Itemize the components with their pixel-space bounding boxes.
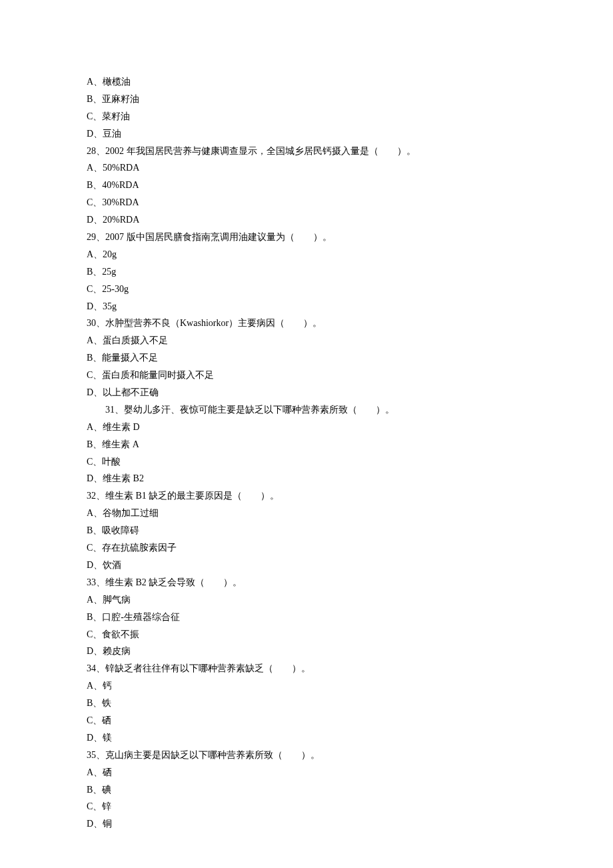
text-line: B、口腔-生殖器综合征 (87, 609, 526, 626)
text-line: D、以上都不正确 (87, 384, 526, 401)
text-line: 28、2002 年我国居民营养与健康调查显示，全国城乡居民钙摄入量是（ ）。 (87, 143, 526, 160)
text-line: C、硒 (87, 712, 526, 729)
text-line: B、亚麻籽油 (87, 91, 526, 108)
document-content: A、橄榄油 B、亚麻籽油 C、菜籽油 D、豆油 28、2002 年我国居民营养与… (87, 73, 526, 833)
text-line: 34、锌缺乏者往往伴有以下哪种营养素缺乏（ ）。 (87, 660, 526, 677)
text-line: A、蛋白质摄入不足 (87, 332, 526, 349)
text-line: 35、克山病主要是因缺乏以下哪种营养素所致（ ）。 (87, 747, 526, 764)
text-line: B、能量摄入不足 (87, 349, 526, 367)
text-line: A、维生素 D (87, 419, 526, 436)
text-line: A、脚气病 (87, 591, 526, 609)
text-line: A、20g (87, 246, 526, 263)
text-line: A、50%RDA (87, 159, 526, 177)
text-line: C、30%RDA (87, 194, 526, 211)
text-line: D、维生素 B2 (87, 470, 526, 487)
text-line: C、菜籽油 (87, 108, 526, 125)
text-line: D、饮酒 (87, 557, 526, 574)
text-line: B、吸收障碍 (87, 522, 526, 539)
text-line: D、铜 (87, 815, 526, 833)
text-line: 32、维生素 B1 缺乏的最主要原因是（ ）。 (87, 487, 526, 505)
text-line: C、锌 (87, 798, 526, 815)
text-line: 30、水肿型营养不良（Kwashiorkor）主要病因（ ）。 (87, 315, 526, 332)
text-line: C、蛋白质和能量同时摄入不足 (87, 367, 526, 384)
text-line: B、维生素 A (87, 436, 526, 453)
text-line: D、豆油 (87, 125, 526, 143)
text-line: B、碘 (87, 781, 526, 799)
text-line: B、40%RDA (87, 177, 526, 194)
text-line: D、赖皮病 (87, 643, 526, 660)
text-line: B、25g (87, 263, 526, 281)
text-line: D、35g (87, 298, 526, 315)
text-line: B、铁 (87, 695, 526, 712)
text-line: A、硒 (87, 764, 526, 781)
text-line: 33、维生素 B2 缺乏会导致（ ）。 (87, 574, 526, 591)
text-line: C、叶酸 (87, 453, 526, 471)
text-line: C、存在抗硫胺素因子 (87, 539, 526, 557)
text-line: C、食欲不振 (87, 626, 526, 643)
text-line: A、钙 (87, 677, 526, 695)
text-line: 29、2007 版中国居民膳食指南烹调用油建议量为（ ）。 (87, 229, 526, 246)
text-line: A、橄榄油 (87, 73, 526, 91)
text-line: 31、婴幼儿多汗、夜惊可能主要是缺乏以下哪种营养素所致（ ）。 (87, 401, 526, 419)
text-line: C、25-30g (87, 281, 526, 298)
text-line: D、20%RDA (87, 211, 526, 229)
text-line: A、谷物加工过细 (87, 505, 526, 522)
text-line: D、镁 (87, 729, 526, 747)
